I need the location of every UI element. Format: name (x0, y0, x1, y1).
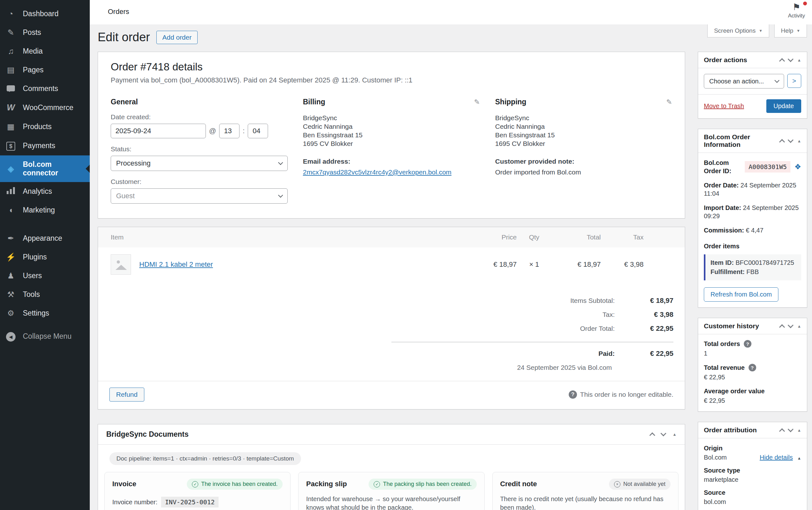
edit-billing-pencil-icon[interactable]: ✎ (474, 98, 480, 106)
update-button[interactable]: Update (766, 99, 802, 113)
shipping-line: Cedric Nanninga (495, 122, 672, 131)
sidebar-item-label: WooCommerce (23, 103, 73, 112)
item-qty: × 1 (517, 260, 552, 269)
subtotal-row: Items Subtotal: € 18,97 (98, 294, 673, 308)
order-items-heading: Order items (704, 243, 801, 250)
refresh-from-bolcom-button[interactable]: Refresh from Bol.com (704, 287, 778, 302)
sidebar-item-posts[interactable]: ✎Posts (0, 23, 90, 42)
paid-row: Paid: € 22,95 (98, 347, 673, 361)
sidebar-item-users[interactable]: ♟Users (0, 266, 90, 285)
sidebar-item-label: Analytics (23, 187, 52, 196)
source-type-value: marketplace (704, 476, 738, 483)
order-item-info-box: Item ID: BFC0001784971725 Fulfillment: F… (704, 254, 801, 280)
help-icon[interactable] (744, 340, 751, 348)
sidebar-item-marketing[interactable]: ◖Marketing (0, 201, 90, 219)
source-label: Source (704, 489, 801, 497)
customer-value: Guest (116, 192, 135, 200)
sidebar-item-appearance[interactable]: ✒Appearance (0, 229, 90, 248)
tag-icon: ❖ (794, 162, 801, 172)
edit-shipping-pencil-icon[interactable]: ✎ (666, 98, 672, 106)
hour-input[interactable] (219, 124, 239, 138)
sidebar-item-bolcom-connector[interactable]: ◈Bol.com connector (0, 155, 90, 182)
cross-circle-icon: × (614, 481, 620, 487)
customer-email-link[interactable]: 2mcx7qyasd282vc5vlzr4rc4y2@verkopen.bol.… (303, 169, 452, 176)
paid-label: Paid: (599, 350, 615, 357)
sidebar-item-tools[interactable]: ⚒Tools (0, 285, 90, 304)
item-total: € 18,97 (552, 260, 601, 269)
sidebar-item-payments[interactable]: $Payments (0, 136, 90, 155)
packing-status-text: The packing slip has been created. (383, 481, 471, 487)
billing-line: Ben Essingstraat 15 (303, 131, 480, 140)
sidebar-item-plugins[interactable]: ⚡Plugins (0, 248, 90, 266)
move-to-trash-link[interactable]: Move to Trash (704, 102, 744, 110)
packing-status-badge: ✓The packing slip has been created. (369, 479, 476, 490)
page-title-row: Edit order Add order (98, 30, 198, 44)
sidebar-item-label: Marketing (23, 206, 55, 214)
billing-column: Billing ✎ BridgeSync Cedric Nanninga Ben… (303, 98, 480, 204)
total-revenue-value: € 22,95 (704, 373, 801, 381)
screen-options-tab[interactable]: Screen Options▼ (707, 24, 769, 37)
toggle-panel-icon[interactable]: ▲ (797, 139, 801, 143)
sidebar-item-comments[interactable]: Comments (0, 79, 90, 98)
hide-details-link[interactable]: Hide details (760, 454, 793, 461)
sidebar-item-dashboard[interactable]: ◔Dashboard (0, 4, 90, 23)
sidebar-item-woocommerce[interactable]: WWooCommerce (0, 98, 90, 117)
help-tab[interactable]: Help▼ (774, 24, 807, 37)
credit-note-card: Credit note ×Not available yet There is … (492, 472, 678, 510)
collapse-menu-label: Collapse Menu (23, 332, 71, 341)
move-up-icon[interactable] (779, 428, 785, 434)
sidebar-item-products[interactable]: ▦Products (0, 117, 90, 136)
billing-line: Cedric Nanninga (303, 122, 480, 131)
order-payment-meta: Payment via bol_com (bol_A0008301W5). Pa… (111, 76, 672, 84)
date-created-input[interactable] (111, 124, 206, 138)
sidebar-item-analytics[interactable]: Analytics (0, 182, 90, 201)
order-action-select[interactable]: Choose an action... (704, 74, 784, 89)
move-down-icon[interactable] (788, 56, 793, 62)
toggle-panel-icon[interactable]: ▲ (797, 428, 801, 432)
product-link[interactable]: HDMI 2.1 kabel 2 meter (139, 260, 213, 269)
credit-note-status-text: Not available yet (623, 481, 665, 487)
customer-note: Order imported from Bol.com (495, 169, 672, 176)
sidebar-item-label: Payments (23, 142, 55, 150)
help-icon[interactable] (749, 364, 756, 371)
move-up-icon[interactable] (779, 58, 785, 64)
apply-action-button[interactable]: > (787, 74, 801, 88)
packing-slip-description: Intended for warehouse → so your warehou… (306, 495, 476, 510)
breadcrumb[interactable]: Orders (108, 8, 129, 16)
chevron-down-icon (278, 160, 283, 165)
move-up-icon[interactable] (779, 139, 785, 145)
activity-button[interactable]: ⚑ Activity (788, 3, 805, 19)
order-items-card: Item Price Qty Total Tax HDMI 2.1 kabel … (98, 227, 685, 410)
toggle-panel-icon[interactable]: ▲ (672, 432, 676, 437)
sidebar-item-media[interactable]: ♫Media (0, 42, 90, 61)
megaphone-icon: ◖ (5, 206, 17, 215)
minute-input[interactable] (248, 124, 268, 138)
toggle-panel-icon[interactable]: ▲ (797, 58, 801, 62)
tax-value: € 3,98 (615, 310, 673, 319)
order-total-row: Order Total: € 22,95 (98, 322, 673, 335)
move-up-icon[interactable] (779, 324, 785, 330)
billing-line: BridgeSync (303, 114, 480, 122)
sidebar-item-settings[interactable]: ⚙Settings (0, 304, 90, 323)
collapse-menu-button[interactable]: ◀Collapse Menu (0, 326, 90, 346)
move-down-icon[interactable] (660, 430, 666, 436)
subtotal-label: Items Subtotal: (570, 297, 615, 304)
total-orders-label: Total orders (704, 340, 740, 348)
status-value: Processing (116, 159, 151, 168)
status-select[interactable]: Processing (111, 156, 288, 171)
item-price: € 18,97 (463, 260, 517, 269)
move-up-icon[interactable] (649, 432, 655, 438)
sidebar-item-pages[interactable]: ▤Pages (0, 61, 90, 79)
move-down-icon[interactable] (788, 322, 793, 328)
origin-value: Bol.com (704, 454, 727, 461)
order-attribution-panel: Order attribution ▲ Origin Bol.com Hide … (698, 422, 807, 510)
products-icon: ▦ (5, 122, 17, 131)
person-icon: ♟ (5, 271, 17, 280)
move-down-icon[interactable] (788, 137, 793, 143)
subtotal-value: € 18,97 (615, 297, 673, 305)
refund-button[interactable]: Refund (110, 388, 144, 401)
move-down-icon[interactable] (788, 426, 793, 432)
customer-select[interactable]: Guest (111, 188, 288, 204)
toggle-panel-icon[interactable]: ▲ (797, 324, 801, 329)
add-order-button[interactable]: Add order (156, 31, 198, 44)
